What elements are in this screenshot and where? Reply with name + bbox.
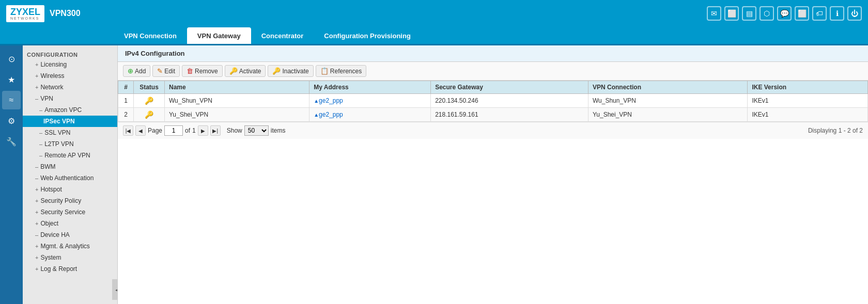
tag-icon[interactable]: 🏷 xyxy=(812,6,827,21)
pagination: |◀ ◀ Page of 1 ▶ ▶| Show 50 100 200 item… xyxy=(118,122,868,139)
tab-bar: VPN Connection VPN Gateway Concentrator … xyxy=(0,27,868,45)
icon-bar-tool[interactable]: 🔧 xyxy=(2,132,21,151)
sidebar-item-ipsec-vpn[interactable]: IPSec VPN xyxy=(23,116,117,127)
sidebar-item-l2tp-vpn[interactable]: – L2TP VPN xyxy=(23,138,117,150)
screen-share-icon[interactable]: ⬜ xyxy=(795,6,809,21)
display-info: Displaying 1 - 2 of 2 xyxy=(808,127,863,134)
security-service-prefix: + xyxy=(35,209,38,215)
show-select[interactable]: 50 100 200 xyxy=(244,125,269,136)
page-next-button[interactable]: ▶ xyxy=(198,125,208,136)
edit-icon: ✎ xyxy=(157,67,163,75)
edit-button[interactable]: ✎ Edit xyxy=(152,65,180,77)
inactivate-button[interactable]: 🔑 Inactivate xyxy=(268,65,313,77)
page-label: Page xyxy=(148,127,162,134)
references-button[interactable]: 📋 References xyxy=(316,65,366,77)
col-header-secure-gateway: Secure Gateway xyxy=(431,81,588,94)
show-label: Show xyxy=(227,127,242,134)
page-input[interactable] xyxy=(164,125,183,136)
device-name: VPN300 xyxy=(50,9,81,18)
row2-vpn-connection: Yu_Shei_VPN xyxy=(588,108,747,122)
sidebar-item-label-ssl-vpn: SSL VPN xyxy=(44,129,70,136)
sidebar-item-amazon-vpc[interactable]: – Amazon VPC xyxy=(23,104,117,116)
chat-icon[interactable]: 💬 xyxy=(777,6,792,21)
printer-icon[interactable]: ▤ xyxy=(742,6,756,21)
logo-area: ZYXEL NETWORKS VPN300 xyxy=(6,5,81,22)
icon-bar-star[interactable]: ★ xyxy=(2,70,21,89)
row1-secure-gateway: 220.134.50.246 xyxy=(431,94,588,108)
add-icon: ⊕ xyxy=(128,67,133,75)
total-pages: 1 xyxy=(192,127,196,134)
monitor-icon[interactable]: ⬜ xyxy=(724,6,739,21)
col-header-ike-version: IKE Version xyxy=(748,81,868,94)
sidebar-item-label-amazon-vpc: Amazon VPC xyxy=(44,106,82,114)
row1-ike-version: IKEv1 xyxy=(748,94,868,108)
row2-my-address: ▲ge2_ppp xyxy=(309,108,431,122)
row2-my-address-link[interactable]: ▲ge2_ppp xyxy=(314,111,343,118)
sidebar-item-network[interactable]: + Network xyxy=(23,82,117,93)
sidebar-item-label-system: System xyxy=(40,254,61,261)
vpn-gateway-table: # Status Name My Address Secure Gateway … xyxy=(118,81,868,122)
sidebar-item-device-ha[interactable]: – Device HA xyxy=(23,229,117,241)
sidebar-item-log-report[interactable]: + Log & Report xyxy=(23,263,117,275)
row1-my-address: ▲ge2_ppp xyxy=(309,94,431,108)
remove-label: Remove xyxy=(195,68,218,75)
logo-text: ZYXEL xyxy=(10,7,40,17)
sidebar-item-wireless[interactable]: + Wireless xyxy=(23,70,117,82)
remove-button[interactable]: 🗑 Remove xyxy=(182,65,223,77)
table-row: 2 🔑 Yu_Shei_VPN ▲ge2_ppp 218.161.59.161 … xyxy=(118,108,868,122)
icon-bar-gear[interactable]: ⚙ xyxy=(2,111,21,130)
row2-link-icon: ▲ xyxy=(314,112,319,118)
row1-status-icon: 🔑 xyxy=(145,97,153,105)
power-icon[interactable]: ⏻ xyxy=(847,6,862,21)
inactivate-label: Inactivate xyxy=(282,68,308,75)
sidebar-item-licensing[interactable]: + Licensing xyxy=(23,59,117,70)
page-prev-button[interactable]: ◀ xyxy=(135,125,146,136)
sidebar-item-label-security-policy: Security Policy xyxy=(40,197,81,204)
sidebar-item-object[interactable]: + Object xyxy=(23,218,117,229)
sidebar-item-mgmt-analytics[interactable]: + Mgmt. & Analytics xyxy=(23,241,117,252)
row1-name: Wu_Shun_VPN xyxy=(165,94,309,108)
row1-my-address-link[interactable]: ▲ge2_ppp xyxy=(314,97,343,104)
device-ha-prefix: – xyxy=(35,232,38,238)
content-section-title: IPv4 Configuration xyxy=(118,45,868,62)
email-icon[interactable]: ✉ xyxy=(707,6,721,21)
sidebar-collapse-button[interactable]: ◀ xyxy=(112,279,118,300)
activate-label: Activate xyxy=(239,68,261,75)
sidebar-item-vpn[interactable]: – VPN xyxy=(23,93,117,104)
sidebar-item-label-bwm: BWM xyxy=(40,163,55,170)
sidebar-item-hotspot[interactable]: + Hotspot xyxy=(23,184,117,195)
add-button[interactable]: ⊕ Add xyxy=(123,65,150,77)
header: ZYXEL NETWORKS VPN300 ✉ ⬜ ▤ ⬡ 💬 ⬜ 🏷 ℹ ⏻ xyxy=(0,0,868,27)
sidebar-item-system[interactable]: + System xyxy=(23,252,117,263)
items-label: items xyxy=(271,127,286,134)
sidebar-item-remote-ap-vpn[interactable]: – Remote AP VPN xyxy=(23,150,117,161)
sidebar-item-label-licensing: Licensing xyxy=(40,61,67,68)
sidebar-item-ssl-vpn[interactable]: – SSL VPN xyxy=(23,127,117,138)
activate-button[interactable]: 🔑 Activate xyxy=(225,65,266,77)
sidebar-item-bwm[interactable]: – BWM xyxy=(23,161,117,172)
sidebar-item-security-service[interactable]: + Security Service xyxy=(23,206,117,218)
network-icon[interactable]: ⬡ xyxy=(760,6,774,21)
mgmt-analytics-prefix: + xyxy=(35,243,38,249)
network-prefix: + xyxy=(35,84,38,90)
row2-num: 2 xyxy=(118,108,134,122)
sidebar-item-web-auth[interactable]: – Web Authentication xyxy=(23,172,117,184)
tab-vpn-connection[interactable]: VPN Connection xyxy=(114,27,187,44)
sidebar-item-security-policy[interactable]: + Security Policy xyxy=(23,195,117,206)
sidebar-item-label-object: Object xyxy=(40,220,58,227)
tab-vpn-gateway[interactable]: VPN Gateway xyxy=(187,27,251,44)
sidebar-item-label-hotspot: Hotspot xyxy=(40,186,61,193)
tab-config-provisioning[interactable]: Configuration Provisioning xyxy=(314,27,421,44)
logo-sub: NETWORKS xyxy=(10,17,40,20)
page-last-button[interactable]: ▶| xyxy=(210,125,221,136)
icon-bar-chart[interactable]: ≈ xyxy=(2,91,21,109)
tab-concentrator[interactable]: Concentrator xyxy=(251,27,314,44)
col-header-num: # xyxy=(118,81,134,94)
hotspot-prefix: + xyxy=(35,186,38,193)
icon-bar-dashboard[interactable]: ⊙ xyxy=(2,50,21,68)
info-icon[interactable]: ℹ xyxy=(830,6,844,21)
sidebar-section-header: CONFIGURATION xyxy=(23,50,117,59)
page-first-button[interactable]: |◀ xyxy=(123,125,133,136)
sidebar-item-label-security-service: Security Service xyxy=(40,209,85,216)
row2-secure-gateway: 218.161.59.161 xyxy=(431,108,588,122)
